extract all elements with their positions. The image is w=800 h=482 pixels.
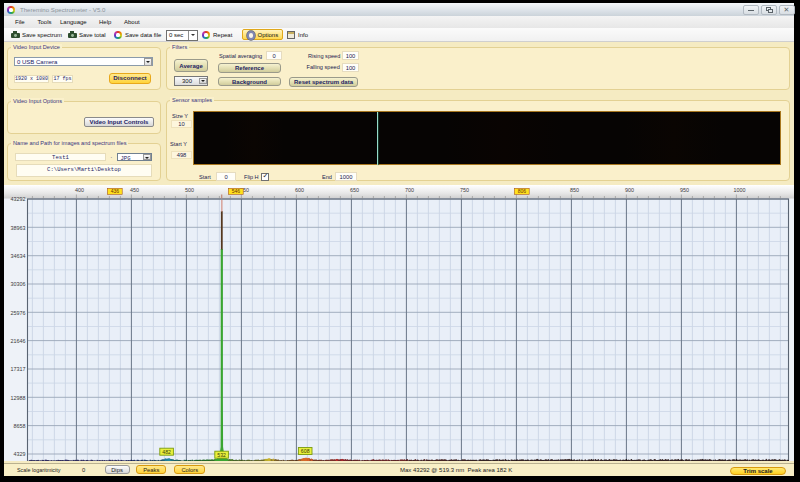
svg-text:500: 500 (185, 187, 194, 193)
svg-text:17317: 17317 (10, 366, 25, 372)
svg-text:650: 650 (350, 187, 359, 193)
svg-text:436: 436 (111, 188, 120, 194)
svg-text:700: 700 (405, 187, 414, 193)
svg-text:34634: 34634 (10, 253, 25, 259)
svg-text:600: 600 (295, 187, 304, 193)
svg-text:21646: 21646 (10, 338, 25, 344)
svg-text:900: 900 (625, 187, 634, 193)
svg-text:950: 950 (680, 187, 689, 193)
svg-text:43292: 43292 (10, 196, 25, 202)
svg-text:1000: 1000 (733, 187, 745, 193)
svg-text:38963: 38963 (10, 225, 25, 231)
svg-text:546: 546 (232, 188, 241, 194)
svg-text:806: 806 (518, 188, 527, 194)
svg-text:850: 850 (570, 187, 579, 193)
svg-text:450: 450 (130, 187, 139, 193)
svg-text:400: 400 (75, 187, 84, 193)
svg-text:30306: 30306 (10, 281, 25, 287)
svg-text:25976: 25976 (10, 310, 25, 316)
svg-text:750: 750 (460, 187, 469, 193)
svg-text:4329: 4329 (13, 451, 25, 457)
svg-text:8658: 8658 (13, 423, 25, 429)
svg-text:532: 532 (217, 452, 226, 458)
svg-text:608: 608 (301, 448, 310, 454)
svg-text:482: 482 (162, 449, 171, 455)
svg-text:12988: 12988 (10, 395, 25, 401)
